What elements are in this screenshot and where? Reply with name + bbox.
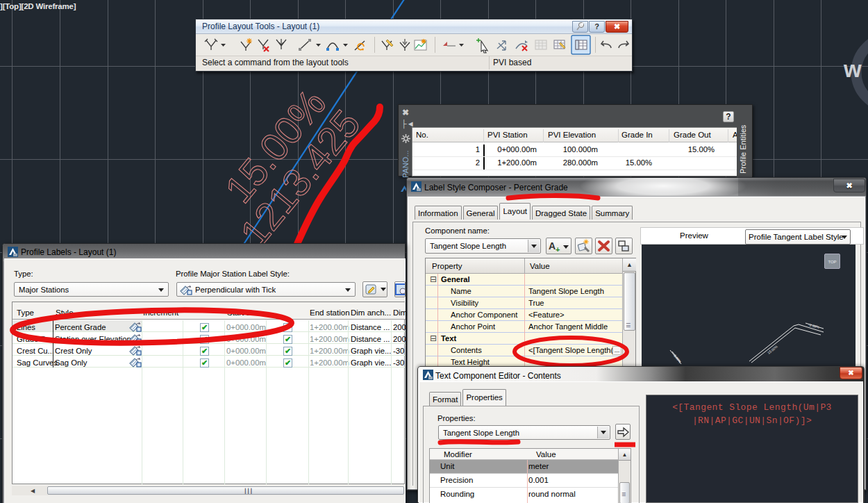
svg-text:w: w bbox=[843, 56, 862, 82]
svg-text:+: + bbox=[556, 245, 560, 254]
svg-text:8.00%: 8.00% bbox=[673, 354, 683, 364]
svg-text:A: A bbox=[549, 240, 556, 252]
